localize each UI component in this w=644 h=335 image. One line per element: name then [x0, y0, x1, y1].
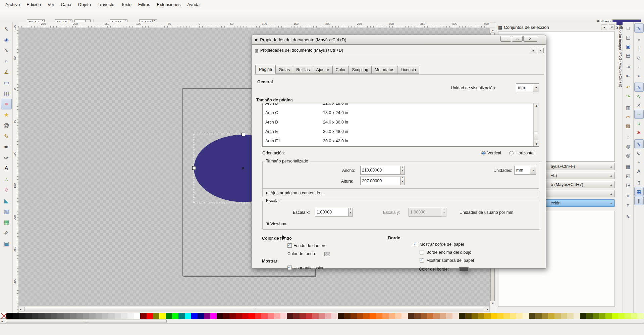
palette-swatch[interactable]	[38, 313, 45, 319]
snap-bbox-centers-icon[interactable]: ▪	[634, 71, 644, 80]
tab[interactable]: Guías	[275, 66, 293, 74]
snap-midpoints-icon[interactable]: ✱	[634, 128, 644, 137]
palette-swatch[interactable]	[236, 313, 242, 319]
palette-swatch[interactable]	[287, 313, 293, 319]
palette-swatch[interactable]	[13, 313, 19, 319]
snap-rotation-centers-icon[interactable]: +	[634, 157, 644, 166]
palette-swatch[interactable]	[459, 313, 465, 319]
mesh-tool-icon[interactable]: ▦	[1, 217, 12, 228]
zoom-drawing-icon[interactable]: ◍	[624, 142, 633, 151]
palette-swatch[interactable]	[599, 313, 605, 319]
palette-swatch[interactable]	[134, 313, 140, 319]
units-dropdown[interactable]: mm▼	[514, 166, 536, 175]
snap-paths-icon[interactable]: ∿	[634, 92, 644, 101]
menu-item[interactable]: Filtros	[135, 1, 153, 8]
palette-swatch[interactable]	[255, 313, 261, 319]
palette-swatch[interactable]	[554, 313, 561, 319]
palette-swatch[interactable]	[325, 313, 331, 319]
palette-swatch[interactable]	[204, 313, 210, 319]
palette-swatch[interactable]	[376, 313, 382, 319]
palette-swatch[interactable]	[414, 313, 421, 319]
star-tool-icon[interactable]: ★	[1, 109, 12, 120]
spray-tool-icon[interactable]: ∴	[1, 174, 12, 185]
dock-close-icon[interactable]: ✕	[609, 25, 615, 30]
palette-swatch[interactable]	[191, 313, 198, 319]
palette-swatch[interactable]	[612, 313, 618, 319]
palette-swatch[interactable]	[25, 313, 32, 319]
orientation-vertical-label[interactable]: Vertical	[487, 151, 501, 155]
antialias-checkbox[interactable]	[287, 266, 292, 270]
bucket-tool-icon[interactable]: ◣	[1, 195, 12, 206]
palette-swatch[interactable]	[306, 313, 312, 319]
palette-swatch[interactable]	[433, 313, 440, 319]
menu-item[interactable]: Objeto	[75, 1, 94, 8]
palette-swatch[interactable]	[178, 313, 185, 319]
palette-swatch[interactable]	[363, 313, 370, 319]
menu-item[interactable]: Texto	[118, 1, 135, 8]
pen-tool-icon[interactable]: ✒	[1, 142, 12, 152]
palette-swatch[interactable]	[446, 313, 452, 319]
palette-swatch[interactable]	[115, 313, 121, 319]
spiral-tool-icon[interactable]: @	[1, 120, 12, 131]
scale-x-spinner[interactable]: ▲▼	[348, 208, 353, 217]
orientation-vertical-radio[interactable]	[481, 151, 486, 155]
tab[interactable]: Ajustar	[313, 66, 333, 74]
text-tool-icon[interactable]: A	[1, 163, 12, 174]
palette-swatch[interactable]	[389, 313, 395, 319]
border-color-swatch[interactable]	[459, 267, 469, 271]
preferences-icon[interactable]: ✎	[624, 212, 633, 221]
palette-swatch[interactable]	[574, 313, 580, 319]
palette-swatch[interactable]	[102, 313, 108, 319]
palette-swatch[interactable]	[217, 313, 223, 319]
import-document-icon[interactable]: ⇥	[624, 62, 633, 71]
tab[interactable]: Rejillas	[293, 66, 313, 74]
snap-nodes-icon[interactable]: ⇘	[634, 83, 644, 92]
palette-swatch[interactable]	[268, 313, 274, 319]
palette-swatch[interactable]	[421, 313, 427, 319]
palette-swatch[interactable]	[548, 313, 554, 319]
checkerboard-checkbox[interactable]	[287, 243, 292, 248]
palette-swatch[interactable]	[370, 313, 376, 319]
palette-swatch[interactable]	[89, 313, 96, 319]
palette-swatch[interactable]	[618, 313, 625, 319]
snap-bbox-icon[interactable]: ▫	[634, 35, 644, 44]
menu-item[interactable]: Ver	[44, 1, 58, 8]
paste-icon[interactable]: ▨	[624, 121, 633, 130]
save-document-icon[interactable]: ▣	[624, 42, 633, 51]
palette-swatch[interactable]	[561, 313, 567, 319]
palette-swatch[interactable]	[300, 313, 306, 319]
snap-intersections-icon[interactable]: ✕	[634, 101, 644, 110]
palette-swatch[interactable]	[319, 313, 325, 319]
palette-swatch[interactable]	[542, 313, 548, 319]
duplicate-icon[interactable]: ▩	[624, 162, 633, 171]
palette-swatch[interactable]	[76, 313, 83, 319]
palette-swatch[interactable]	[147, 313, 153, 319]
palette-swatch[interactable]	[64, 313, 70, 319]
menu-item[interactable]: Archivo	[2, 1, 23, 8]
snap-cusp-nodes-icon[interactable]: ⌣	[634, 110, 644, 119]
palette-swatch[interactable]	[491, 313, 497, 319]
panel-undock-icon[interactable]: ◂	[530, 48, 536, 53]
tab[interactable]: Metadatos	[371, 66, 397, 74]
palette-swatch[interactable]	[625, 313, 631, 319]
vertical-ruler[interactable]: -100-50050100150200250300	[13, 28, 19, 313]
orientation-horizontal-radio[interactable]	[509, 151, 514, 155]
snap-text-baseline-icon[interactable]: A	[634, 166, 644, 176]
palette-swatch[interactable]	[567, 313, 574, 319]
palette-swatch[interactable]	[229, 313, 236, 319]
palette-swatch[interactable]	[83, 313, 89, 319]
palette-swatch[interactable]	[401, 313, 408, 319]
close-button[interactable]: ✕	[523, 36, 537, 42]
palette-swatch[interactable]	[516, 313, 523, 319]
pencil-tool-icon[interactable]: ✎	[1, 131, 12, 142]
snap-smooth-nodes-icon[interactable]: ∪	[634, 119, 644, 128]
page-size-row[interactable]: Arch E 36.0 x 48.0 in	[263, 127, 539, 136]
print-document-icon[interactable]: ▤	[624, 51, 633, 60]
menu-item[interactable]: Trayecto	[94, 1, 118, 8]
canvas-hscrollbar[interactable]: ◂ ||| ▸	[18, 306, 490, 312]
width-spinner[interactable]: ▲▼	[400, 166, 405, 175]
box3d-tool-icon[interactable]: ◫	[1, 88, 12, 99]
tab[interactable]: Página	[255, 65, 276, 74]
cut-icon[interactable]: ✂	[624, 112, 633, 121]
snap-bbox-edges-icon[interactable]: ┆	[634, 44, 644, 53]
